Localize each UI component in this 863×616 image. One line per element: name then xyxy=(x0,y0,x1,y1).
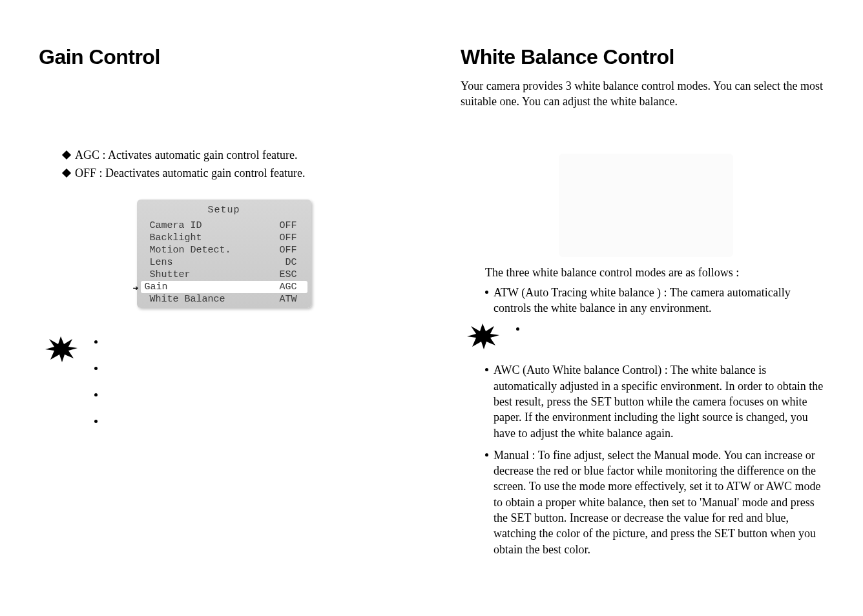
gain-bullet-agc: AGC : Activates automatic gain control f… xyxy=(75,147,297,163)
wb-modes-intro: The three white balance control modes ar… xyxy=(485,265,831,281)
bullet-dot-icon xyxy=(94,367,98,370)
gain-bullets: AGC : Activates automatic gain control f… xyxy=(63,147,409,181)
bullet-dot-icon xyxy=(516,327,519,331)
osd-row: BacklightOFF xyxy=(137,232,311,244)
osd-row-highlighted: ➔ GainAGC xyxy=(141,281,307,293)
wb-mode-remaining: AWC (Auto White balance Control) : The w… xyxy=(485,362,831,557)
wb-intro: Your camera provides 3 white balance con… xyxy=(461,78,831,110)
bullet-dot-icon xyxy=(94,340,98,344)
osd-setup-menu: Setup Camera IDOFF BacklightOFF Motion D… xyxy=(137,200,311,308)
bullet-dot-icon xyxy=(485,368,488,371)
wb-mode-atw-block: ATW (Auto Tracing white balance ) : The … xyxy=(485,285,831,316)
heading-gain-control: Gain Control xyxy=(39,45,409,69)
osd-row: LensDC xyxy=(137,256,311,269)
bullet-dot-icon xyxy=(485,453,488,457)
osd-row: Motion Detect.OFF xyxy=(137,244,311,256)
osd-row: ShutterESC xyxy=(137,269,311,281)
svg-marker-1 xyxy=(467,323,499,349)
diamond-bullet-icon xyxy=(62,169,71,178)
bullet-dot-icon xyxy=(94,420,98,423)
notice-hidden-list xyxy=(516,322,831,331)
starburst-icon xyxy=(464,322,501,351)
starburst-icon xyxy=(43,335,79,364)
diamond-bullet-icon xyxy=(62,150,71,159)
osd-row: White BalanceATW xyxy=(137,293,311,305)
arrow-right-icon: ➔ xyxy=(133,282,139,294)
notice-block xyxy=(464,322,831,351)
notice-hidden-list xyxy=(94,335,409,441)
osd-placeholder xyxy=(559,154,733,257)
gain-bullet-off: OFF : Deactivates automatic gain control… xyxy=(75,165,305,181)
wb-mode-manual: Manual : To fine adjust, select the Manu… xyxy=(494,447,831,557)
svg-marker-0 xyxy=(45,336,78,362)
wb-mode-atw: ATW (Auto Tracing white balance ) : The … xyxy=(494,285,831,316)
notice-block xyxy=(43,335,409,441)
heading-white-balance: White Balance Control xyxy=(461,45,831,69)
wb-mode-awc: AWC (Auto White balance Control) : The w… xyxy=(494,362,831,440)
osd-row: Camera IDOFF xyxy=(137,220,311,232)
bullet-dot-icon xyxy=(94,393,98,396)
right-column: White Balance Control Your camera provid… xyxy=(461,45,831,564)
osd-title: Setup xyxy=(137,202,311,220)
left-column: Gain Control AGC : Activates automatic g… xyxy=(39,45,409,564)
bullet-dot-icon xyxy=(485,291,488,294)
